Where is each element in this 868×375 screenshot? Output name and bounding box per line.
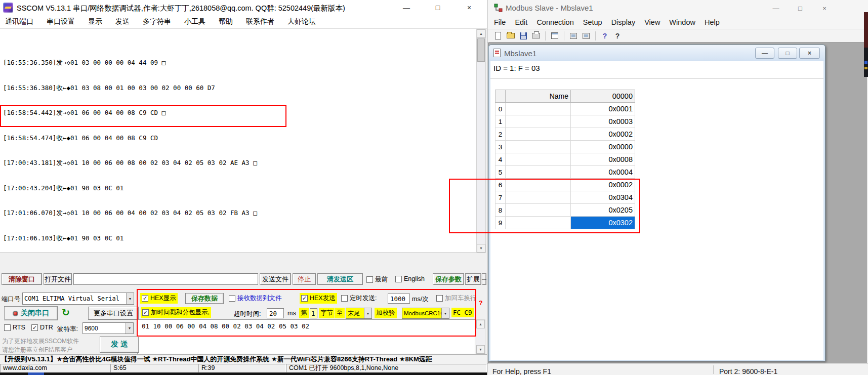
close-button[interactable]: × [462,2,477,13]
timed-send-option[interactable]: 定时发送: [341,294,377,303]
name-cell[interactable] [506,103,571,115]
child-titlebar[interactable]: Mbslave1 — □ × [489,45,825,61]
child-restore-button[interactable]: □ [778,48,797,59]
english-option[interactable]: English [395,275,425,282]
dtr-checkbox[interactable]: ✓ [31,324,38,331]
english-checkbox[interactable] [395,276,402,282]
hex-send-checkbox[interactable]: ✓ [301,295,308,302]
send-scrollbar[interactable]: ▲ ▼ [476,319,485,354]
sscom-titlebar[interactable]: SSCOM V5.13.1 串口/网络数据调试器,作者:大虾丁丁,2618058… [0,0,487,15]
more-serial-settings-button[interactable]: 更多串口设置 [88,307,139,320]
timestamp-option[interactable]: ✓ 加时间戳和分包显示, [141,307,211,318]
name-cell[interactable] [506,166,571,179]
row-index[interactable]: 2 [495,128,506,141]
chevron-down-icon[interactable]: ▼ [126,323,133,334]
menu-view[interactable]: View [644,18,660,26]
hex-display-checkbox[interactable]: ✓ [142,295,148,302]
name-cell[interactable] [506,141,571,153]
name-cell[interactable] [506,191,571,204]
recv-to-file-option[interactable]: 接收数据到文件 [229,294,282,303]
child-close-button[interactable]: × [799,48,820,59]
menu-help[interactable]: Help [705,18,720,26]
receive-scrollbar[interactable]: ▲ ▼ [476,29,486,253]
name-cell[interactable] [506,217,571,229]
menu-comm-port[interactable]: 通讯端口 [5,17,33,26]
context-help-icon[interactable]: ? [612,31,623,41]
value-cell[interactable]: 0x0000 [571,141,635,153]
name-column-header[interactable]: Name [506,90,571,103]
send-file-button[interactable]: 发送文件 [260,273,291,285]
timeout-input[interactable] [267,308,284,318]
rts-checkbox[interactable] [4,324,11,331]
promo-marquee[interactable]: 【升级到V5.13.1】★合宙高性价比4G模块值得一试 ★RT-Thread中国… [0,354,487,364]
row-index[interactable]: 3 [495,141,506,153]
crlf-option[interactable]: 加回车换行 [436,294,477,303]
send-data-input[interactable]: 01 10 00 06 00 04 08 00 02 03 04 02 05 0… [137,319,475,354]
chevron-down-icon[interactable]: ▼ [126,293,134,304]
new-file-icon[interactable] [492,31,504,41]
timestamp-checkbox[interactable]: ✓ [142,309,149,316]
value-cell[interactable]: 0x0003 [571,115,635,128]
clear-window-button[interactable]: 清除窗口 [2,273,42,285]
value-cell[interactable]: 0x0001 [571,103,635,115]
scrollbar-thumb[interactable] [477,38,485,62]
timed-send-checkbox[interactable] [341,295,348,302]
baud-select[interactable]: 9600 ▼ [82,322,134,334]
row-index[interactable]: 0 [495,103,506,115]
row-index[interactable]: 5 [495,166,506,179]
value-cell[interactable]: 0x0002 [571,179,635,191]
save-params-button[interactable]: 保存参数 [433,273,464,285]
modbus-titlebar[interactable]: Modbus Slave - Mbslave1 — □ × [487,0,868,15]
maximize-button[interactable]: □ [430,2,445,13]
value-cell[interactable]: 0x0304 [571,191,635,204]
row-index[interactable]: 4 [495,153,506,166]
name-cell[interactable] [506,204,571,217]
child-minimize-button[interactable]: — [755,48,774,59]
collapse-panel-button[interactable]: — [482,273,486,285]
row-index[interactable]: 8 [495,204,506,217]
file-path-input[interactable] [73,273,258,285]
value-cell[interactable]: 0x0205 [571,204,635,217]
scroll-down-icon[interactable]: ▼ [476,345,485,354]
send-button[interactable]: 发 送 [100,336,139,353]
value-cell[interactable]: 0x0004 [571,166,635,179]
close-port-button[interactable]: 关闭串口 [4,306,58,320]
value-cell[interactable]: 0x0008 [571,153,635,166]
clear-send-area-button[interactable]: 清发送区 [317,273,363,285]
minimize-button[interactable]: — [769,4,782,13]
nth-byte-input[interactable] [310,308,317,318]
menu-serial-settings[interactable]: 串口设置 [47,17,75,26]
name-cell[interactable] [506,179,571,191]
name-cell[interactable] [506,115,571,128]
open-file-icon[interactable] [505,31,516,41]
name-cell[interactable] [506,128,571,141]
topmost-checkbox[interactable] [366,276,373,283]
menu-connection[interactable]: Connection [536,18,573,26]
crlf-checkbox[interactable] [436,295,443,302]
menu-help[interactable]: 帮助 [219,17,233,26]
chevron-down-icon[interactable]: ▼ [441,308,449,318]
corner-header[interactable] [495,90,506,103]
display-setup-icon[interactable] [581,31,592,41]
row-index[interactable]: 7 [495,191,506,204]
help-icon[interactable]: ? [599,31,610,41]
value-cell[interactable]: 0x0002 [571,128,635,141]
stop-button[interactable]: 停止 [293,273,316,285]
port-select[interactable]: COM1 ELTIMA Virtual Serial ▼ [22,293,134,305]
open-file-button[interactable]: 打开文件 [44,273,72,285]
rts-option[interactable]: RTS [4,324,25,331]
menu-contact-author[interactable]: 联系作者 [246,17,274,26]
menu-multi-string[interactable]: 多字符串 [143,17,171,26]
hint-question-icon[interactable]: ? [479,300,483,307]
hex-display-option[interactable]: ✓ HEX显示 [140,293,178,304]
mbslave1-child-window[interactable]: Mbslave1 — □ × ID = 1: F = 03 Name 00000… [488,45,825,361]
recv-to-file-checkbox[interactable] [229,295,235,302]
chevron-down-icon[interactable]: ▼ [364,308,371,318]
print-icon[interactable] [530,31,542,41]
menu-file[interactable]: File [494,18,506,26]
send-interval-input[interactable] [388,294,410,304]
dtr-option[interactable]: ✓ DTR [31,324,53,331]
checksum-select[interactable]: ModbusCRC16 ▼ [402,308,449,319]
to-select[interactable]: 末尾 ▼ [346,308,372,319]
row-index[interactable]: 6 [495,179,506,191]
